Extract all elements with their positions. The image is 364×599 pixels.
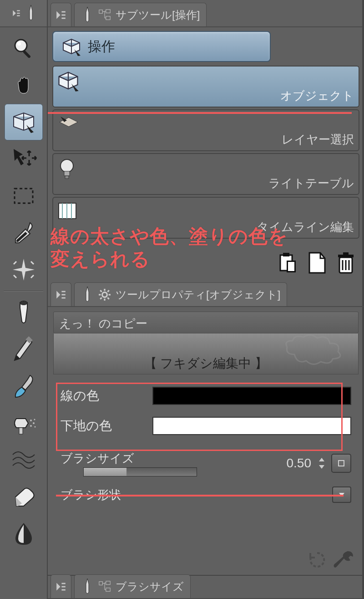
tool-property-panel: ツールプロパティ[オブジェクト] えっ！ のコピー 【 フキダシ編集中 】 線の…	[48, 282, 364, 562]
svg-rect-39	[61, 294, 65, 295]
tool-pencil[interactable]	[5, 331, 43, 368]
svg-point-12	[30, 425, 32, 427]
panel-menu-tab[interactable]	[51, 574, 71, 598]
svg-rect-15	[61, 11, 65, 12]
brushsize-tab[interactable]: ブラシサイズ	[74, 574, 191, 598]
svg-rect-33	[338, 255, 354, 257]
annotation-text: 線の太さや色、塗りの色を 変えられる	[51, 225, 288, 271]
svg-rect-9	[19, 428, 23, 434]
new-page-icon[interactable]	[304, 250, 329, 276]
brushsize-title: ブラシサイズ	[116, 579, 184, 594]
tool-eraser[interactable]	[5, 479, 43, 515]
pen-icon	[81, 286, 94, 304]
svg-rect-5	[22, 50, 30, 58]
property-tab[interactable]: ツールプロパティ[オブジェクト]	[74, 282, 287, 306]
hierarchy-icon	[98, 6, 111, 24]
tool-brush[interactable]	[5, 368, 43, 404]
object-name-field[interactable]: えっ！ のコピー	[53, 312, 359, 333]
brush-size-spinner[interactable]	[317, 456, 327, 470]
tool-airbrush[interactable]	[5, 405, 43, 441]
tool-magnifier[interactable]	[5, 30, 43, 67]
subtool-tab[interactable]: サブツール[操作]	[74, 3, 207, 26]
lightbulb-icon	[57, 157, 77, 182]
svg-point-3	[15, 40, 27, 51]
subtool-title: サブツール[操作]	[116, 8, 200, 22]
subtool-label: レイヤー選択	[282, 132, 354, 148]
svg-line-47	[107, 297, 109, 299]
svg-rect-0	[17, 10, 20, 11]
svg-point-14	[34, 426, 35, 428]
brushsize-tabbar: ブラシサイズ	[48, 575, 364, 599]
svg-rect-52	[61, 589, 65, 590]
svg-rect-38	[61, 291, 65, 292]
property-tabbar: ツールプロパティ[オブジェクト]	[48, 282, 364, 307]
brush-preview-button[interactable]	[331, 454, 351, 473]
layer-select-icon	[57, 113, 80, 131]
tool-operation[interactable]	[5, 104, 43, 140]
annotation-box	[56, 383, 343, 451]
tool-marker[interactable]	[5, 294, 43, 331]
tool-sidebar	[0, 0, 48, 599]
sidebar-header	[0, 0, 47, 27]
menu-icon[interactable]	[11, 8, 21, 18]
svg-rect-54	[106, 581, 110, 584]
brush-size-value[interactable]: 0.50	[287, 456, 312, 471]
tool-blend[interactable]	[5, 516, 43, 552]
subtool-item-lighttable[interactable]: ライトテーブル	[52, 153, 359, 195]
subtool-item-object[interactable]: オブジェクト	[52, 66, 359, 108]
svg-rect-2	[17, 15, 20, 16]
svg-line-48	[107, 290, 109, 292]
svg-rect-19	[106, 9, 110, 12]
svg-rect-20	[106, 16, 110, 19]
svg-rect-23	[65, 176, 69, 179]
balloon-preview-icon	[281, 332, 349, 368]
svg-rect-17	[61, 17, 65, 19]
main-area: サブツール[操作] 操作 オブジェクト レイヤー選択 ライトテーブル タイムライ…	[48, 0, 364, 599]
tool-sparkle[interactable]	[5, 251, 43, 288]
refresh-icon[interactable]	[308, 550, 327, 569]
svg-rect-40	[61, 297, 65, 298]
wrench-icon[interactable]	[333, 548, 356, 571]
tool-marquee[interactable]	[5, 178, 43, 214]
group-label: 操作	[88, 37, 115, 56]
property-title: ツールプロパティ[オブジェクト]	[116, 287, 280, 302]
panel-menu-tab[interactable]	[51, 3, 71, 26]
brush-size-label: ブラシサイズ	[61, 451, 282, 466]
tool-decoration[interactable]	[5, 442, 43, 478]
svg-point-7	[20, 302, 27, 305]
subtool-tabbar: サブツール[操作]	[48, 0, 364, 27]
svg-rect-1	[17, 13, 20, 14]
svg-rect-18	[99, 10, 102, 13]
svg-point-4	[17, 42, 21, 46]
svg-point-11	[33, 422, 35, 424]
panel-menu-tab[interactable]	[51, 282, 71, 306]
subtool-item-layerselect[interactable]: レイヤー選択	[52, 109, 359, 151]
svg-point-13	[34, 419, 35, 420]
svg-point-41	[102, 292, 107, 297]
pen-icon	[81, 578, 94, 596]
tool-move[interactable]	[5, 141, 43, 177]
subtool-group-button[interactable]: 操作	[52, 31, 271, 62]
annotation-line-2	[56, 495, 344, 497]
svg-line-46	[100, 290, 101, 292]
timeline-icon	[57, 200, 78, 221]
svg-rect-16	[61, 14, 65, 15]
svg-point-21	[61, 159, 73, 172]
svg-line-49	[100, 297, 101, 299]
svg-point-10	[30, 420, 32, 421]
pen-icon	[26, 4, 36, 22]
tool-hand[interactable]	[5, 67, 43, 103]
trash-icon[interactable]	[333, 250, 359, 276]
svg-rect-6	[15, 189, 33, 203]
svg-rect-22	[64, 171, 70, 176]
operation-icon	[61, 36, 81, 56]
svg-rect-34	[343, 252, 349, 255]
annotation-line-1	[48, 112, 352, 114]
brush-size-slider[interactable]	[83, 467, 197, 476]
tool-eyedropper[interactable]	[5, 215, 43, 251]
gear-icon	[98, 286, 111, 304]
subtool-label: ライトテーブル	[268, 175, 354, 191]
subtool-label: オブジェクト	[280, 88, 354, 104]
edit-status: 【 フキダシ編集中 】	[53, 333, 359, 374]
svg-rect-50	[61, 583, 65, 584]
